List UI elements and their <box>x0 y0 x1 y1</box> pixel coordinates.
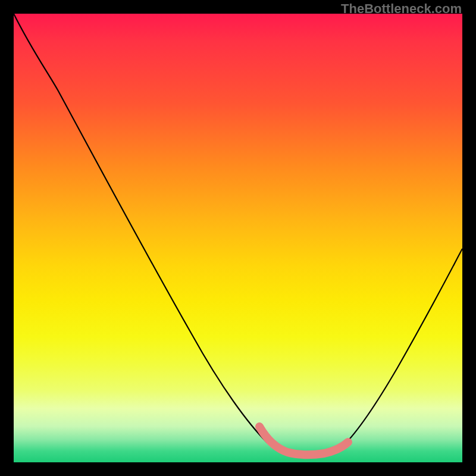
chart-plot-area <box>14 14 462 462</box>
pink-band <box>259 427 348 455</box>
bottleneck-curve <box>14 14 462 455</box>
watermark-text: TheBottleneck.com <box>341 1 462 17</box>
chart-frame <box>14 14 462 462</box>
